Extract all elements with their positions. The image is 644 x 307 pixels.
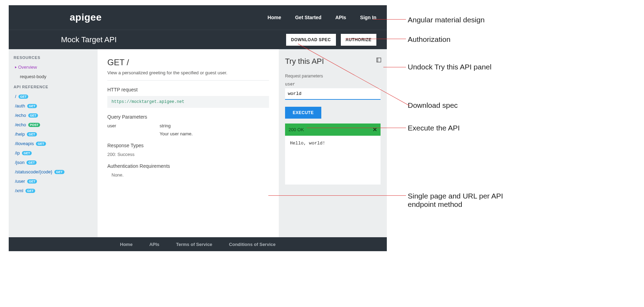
- response-status: 200 OK: [289, 127, 304, 132]
- sidebar-item-iloveapis[interactable]: /iloveapis GET: [14, 139, 93, 148]
- method-badge: GET: [26, 160, 37, 165]
- annotation-authorization: Authorization: [408, 35, 451, 44]
- try-api-panel: Try this API Request parameters user EXE…: [279, 49, 387, 237]
- sidebar-item-label: /help: [15, 132, 25, 137]
- try-api-title: Try this API: [285, 57, 381, 66]
- execute-button[interactable]: EXECUTE: [285, 107, 321, 119]
- method-badge: GET: [54, 170, 64, 174]
- annotation-execute: Execute the API: [408, 124, 460, 132]
- sidebar-item-label: request-body: [20, 74, 46, 79]
- http-request-url: https://mocktarget.apigee.net: [107, 96, 269, 108]
- authorize-button[interactable]: AUTHORIZE: [341, 34, 377, 46]
- logo: apigee: [70, 12, 102, 23]
- api-portal: apigee Home Get Started APIs Sign In Moc…: [9, 5, 387, 251]
- method-badge: GET: [18, 95, 29, 99]
- param-name: user: [107, 123, 160, 128]
- sidebar-item-json[interactable]: /json GET: [14, 158, 93, 167]
- auth-req-value: None.: [107, 172, 269, 178]
- method-badge: POST: [28, 123, 40, 127]
- undock-icon[interactable]: [376, 58, 381, 62]
- sidebar-item-overview[interactable]: Overview: [14, 62, 93, 72]
- main-panel: GET / View a personalized greeting for t…: [98, 49, 279, 237]
- param-input-user[interactable]: [285, 88, 381, 100]
- sidebar-item-label: /xml: [15, 188, 23, 193]
- response-type-value: 200: Success: [107, 152, 269, 157]
- method-badge: GET: [22, 151, 32, 155]
- annotation-undock: Undock Try this API panel: [408, 63, 495, 71]
- annotation-line: [307, 128, 406, 128]
- sidebar-item-root[interactable]: / GET: [14, 92, 93, 101]
- svg-rect-0: [377, 58, 381, 62]
- sidebar-resources-heading: RESOURCES: [14, 55, 93, 60]
- param-type: string: [160, 123, 171, 128]
- sidebar-item-label: /ip: [15, 150, 20, 156]
- method-badge: GET: [25, 189, 36, 193]
- auth-req-heading: Authentication Requirements: [107, 163, 269, 169]
- method-badge: GET: [27, 179, 37, 184]
- sidebar-item-label: /: [15, 94, 16, 99]
- sidebar-item-auth[interactable]: /auth GET: [14, 101, 93, 111]
- sub-navbar: Mock Target API DOWNLOAD SPEC AUTHORIZE: [9, 30, 387, 49]
- divider: [107, 80, 269, 81]
- annotation-line: [373, 19, 406, 20]
- sidebar-item-statuscode[interactable]: /statuscode/{code} GET: [14, 167, 93, 177]
- sidebar-item-ip[interactable]: /ip GET: [14, 148, 93, 158]
- nav-home[interactable]: Home: [268, 15, 281, 20]
- sidebar-item-echo-post[interactable]: /echo POST: [14, 120, 93, 129]
- annotation-line: [383, 67, 406, 67]
- endpoint-heading: GET /: [107, 58, 269, 67]
- logo-suffix: gee: [84, 12, 102, 23]
- sidebar-apiref-heading: API REFERENCE: [14, 85, 93, 89]
- nav-apis[interactable]: APIs: [335, 15, 346, 20]
- sidebar-item-echo-get[interactable]: /echo GET: [14, 111, 93, 120]
- download-spec-button[interactable]: DOWNLOAD SPEC: [286, 34, 336, 46]
- response-types-heading: Response Types: [107, 143, 269, 148]
- footer-tos[interactable]: Terms of Service: [176, 242, 212, 247]
- sidebar: RESOURCES Overview request-body API REFE…: [9, 49, 98, 237]
- footer-cos[interactable]: Conditions of Service: [229, 242, 276, 247]
- http-request-heading: HTTP request: [107, 87, 269, 92]
- top-navbar: apigee Home Get Started APIs Sign In: [9, 5, 387, 30]
- method-badge: GET: [36, 142, 46, 146]
- method-badge: GET: [27, 132, 37, 136]
- sidebar-item-label: /json: [15, 160, 24, 165]
- annotation-line: [345, 39, 406, 39]
- logo-prefix: api: [70, 12, 84, 23]
- footer: Home APIs Terms of Service Conditions of…: [9, 237, 387, 251]
- annotation-line: [268, 195, 406, 196]
- query-params-heading: Query Parameters: [107, 114, 269, 120]
- sidebar-item-label: /echo: [15, 113, 26, 118]
- sidebar-item-label: /auth: [15, 103, 25, 108]
- sidebar-item-label: /echo: [15, 122, 26, 127]
- sidebar-item-label: Overview: [18, 65, 37, 70]
- api-title: Mock Target API: [61, 35, 117, 44]
- top-nav: Home Get Started APIs Sign In: [268, 15, 376, 20]
- sidebar-item-user[interactable]: /user GET: [14, 177, 93, 186]
- annotation-angular: Angular material design: [408, 16, 485, 24]
- sidebar-item-xml[interactable]: /xml GET: [14, 186, 93, 195]
- response-status-bar: 200 OK ✕: [285, 123, 381, 136]
- content-area: RESOURCES Overview request-body API REFE…: [9, 49, 387, 237]
- annotation-download: Download spec: [408, 101, 458, 110]
- footer-home[interactable]: Home: [120, 242, 132, 247]
- sidebar-item-label: /iloveapis: [15, 141, 34, 146]
- method-badge: GET: [28, 113, 38, 118]
- footer-apis[interactable]: APIs: [149, 242, 159, 247]
- close-icon[interactable]: ✕: [373, 126, 377, 133]
- request-params-heading: Request parameters: [285, 74, 381, 78]
- sidebar-item-request-body[interactable]: request-body: [14, 72, 93, 81]
- sidebar-item-label: /statuscode/{code}: [15, 169, 52, 174]
- endpoint-description: View a personalized greeting for the spe…: [107, 70, 269, 75]
- param-label: user: [285, 82, 381, 87]
- caret-icon: [15, 66, 17, 68]
- nav-get-started[interactable]: Get Started: [295, 15, 321, 20]
- sidebar-item-label: /user: [15, 179, 25, 184]
- param-desc: Your user name.: [160, 131, 193, 136]
- annotation-single-page: Single page and URL per API endpoint met…: [408, 192, 512, 209]
- response-body: Hello, world!: [285, 136, 381, 185]
- method-badge: GET: [27, 104, 37, 108]
- sidebar-item-help[interactable]: /help GET: [14, 129, 93, 139]
